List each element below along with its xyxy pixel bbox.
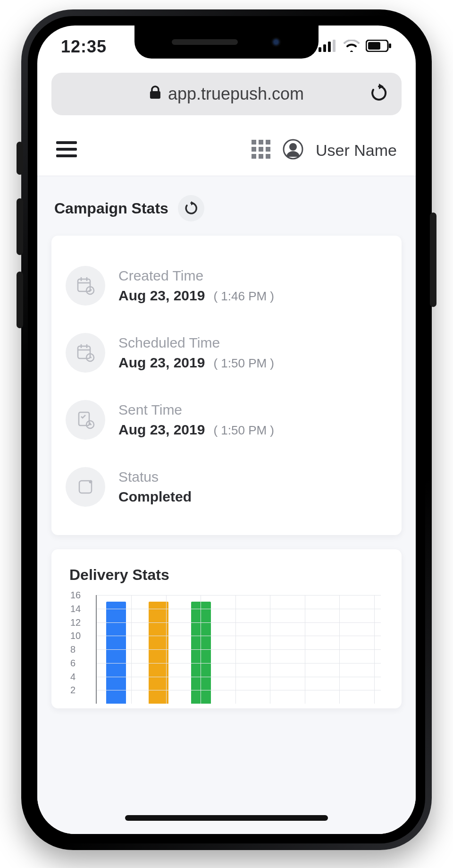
- y-tick: 4: [70, 671, 76, 682]
- y-tick: 8: [70, 644, 76, 655]
- user-name-label[interactable]: User Name: [316, 141, 397, 160]
- campaign-stats-card: Created Time Aug 23, 2019 ( 1:46 PM ): [51, 236, 402, 535]
- delivery-stats-card: Delivery Stats 161412108642: [51, 549, 402, 708]
- svg-rect-32: [79, 412, 89, 425]
- svg-rect-17: [252, 154, 256, 159]
- volume-up-button[interactable]: [17, 198, 23, 255]
- grid-line: [235, 595, 236, 704]
- svg-rect-19: [266, 154, 270, 159]
- svg-rect-1: [323, 44, 326, 52]
- stat-value: Aug 23, 2019: [118, 288, 205, 304]
- stat-label: Scheduled Time: [118, 335, 274, 351]
- y-tick: 2: [70, 685, 76, 696]
- speaker-grille: [172, 39, 238, 45]
- chart-bar: [106, 602, 126, 704]
- calendar-check-icon: [66, 266, 105, 306]
- battery-icon: [366, 40, 392, 54]
- notch: [134, 26, 319, 59]
- svg-rect-18: [259, 154, 263, 159]
- url-text: app.truepush.com: [168, 84, 304, 104]
- grid-line: [97, 636, 381, 636]
- status-icon: [66, 467, 105, 507]
- svg-point-21: [289, 143, 297, 151]
- power-button[interactable]: [430, 213, 436, 307]
- stat-time: ( 1:50 PM ): [213, 423, 274, 438]
- mute-switch[interactable]: [17, 142, 23, 175]
- svg-rect-0: [319, 47, 321, 52]
- svg-rect-14: [252, 147, 256, 152]
- svg-rect-27: [78, 346, 90, 358]
- svg-rect-3: [333, 40, 336, 52]
- address-bar[interactable]: app.truepush.com: [51, 73, 402, 115]
- svg-rect-7: [150, 91, 160, 99]
- grid-line: [374, 595, 375, 704]
- delivery-stats-title: Delivery Stats: [69, 566, 387, 584]
- grid-line: [339, 595, 340, 704]
- svg-rect-8: [56, 141, 77, 144]
- stat-label: Status: [118, 469, 200, 485]
- stat-value: Completed: [118, 489, 192, 505]
- svg-rect-13: [266, 140, 270, 145]
- stat-time: ( 1:50 PM ): [213, 356, 274, 371]
- lock-icon: [149, 84, 161, 104]
- page-body: Campaign Stats: [37, 176, 416, 834]
- browser-bar: app.truepush.com: [37, 68, 416, 125]
- y-tick: 16: [70, 590, 81, 601]
- campaign-stats-header: Campaign Stats: [37, 176, 416, 236]
- wifi-icon: [343, 40, 360, 54]
- svg-point-35: [89, 480, 92, 484]
- svg-rect-15: [259, 147, 263, 152]
- grid-line: [201, 595, 201, 704]
- svg-rect-2: [328, 42, 331, 52]
- grid-line: [270, 595, 270, 704]
- stat-scheduled-time: Scheduled Time Aug 23, 2019 ( 1:50 PM ): [66, 333, 387, 373]
- svg-rect-16: [266, 147, 270, 152]
- screen: 12:35: [37, 26, 416, 834]
- grid-line: [97, 677, 381, 677]
- stat-time: ( 1:46 PM ): [213, 289, 274, 304]
- svg-rect-10: [56, 154, 77, 157]
- delivery-bar-chart: 161412108642: [70, 595, 383, 704]
- y-tick: 12: [70, 617, 81, 628]
- svg-rect-9: [56, 148, 77, 151]
- grid-line: [97, 595, 381, 596]
- refresh-button[interactable]: [178, 195, 204, 221]
- y-tick: 14: [70, 603, 81, 614]
- y-tick: 10: [70, 630, 81, 641]
- calendar-clock-icon: [66, 333, 105, 373]
- y-tick: 6: [70, 657, 76, 668]
- grid-line: [97, 622, 381, 623]
- file-clock-icon: [66, 400, 105, 440]
- app-header: User Name: [37, 125, 416, 176]
- apps-grid-icon[interactable]: [252, 140, 270, 161]
- status-time: 12:35: [61, 37, 107, 57]
- stat-value: Aug 23, 2019: [118, 422, 205, 438]
- reload-icon[interactable]: [369, 84, 388, 104]
- cellular-icon: [319, 40, 337, 54]
- stat-label: Sent Time: [118, 402, 274, 418]
- campaign-stats-title: Campaign Stats: [54, 200, 168, 217]
- front-camera: [271, 37, 281, 47]
- grid-line: [97, 690, 381, 690]
- phone-frame: 12:35: [21, 9, 432, 850]
- grid-line: [97, 609, 381, 609]
- home-indicator[interactable]: [125, 815, 328, 821]
- chart-bar: [149, 602, 168, 704]
- volume-down-button[interactable]: [17, 272, 23, 328]
- grid-line: [166, 595, 167, 704]
- grid-line: [131, 595, 132, 704]
- hamburger-icon[interactable]: [56, 141, 77, 159]
- grid-line: [305, 595, 305, 704]
- svg-rect-6: [389, 43, 391, 48]
- stat-label: Created Time: [118, 268, 274, 284]
- stat-value: Aug 23, 2019: [118, 355, 205, 371]
- avatar-icon[interactable]: [283, 139, 303, 162]
- stat-status: Status Completed: [66, 467, 387, 507]
- svg-rect-11: [252, 140, 256, 145]
- stat-sent-time: Sent Time Aug 23, 2019 ( 1:50 PM ): [66, 400, 387, 440]
- grid-line: [97, 649, 381, 650]
- stat-created-time: Created Time Aug 23, 2019 ( 1:46 PM ): [66, 266, 387, 306]
- svg-rect-12: [259, 140, 263, 145]
- svg-rect-22: [78, 279, 90, 291]
- grid-line: [97, 663, 381, 664]
